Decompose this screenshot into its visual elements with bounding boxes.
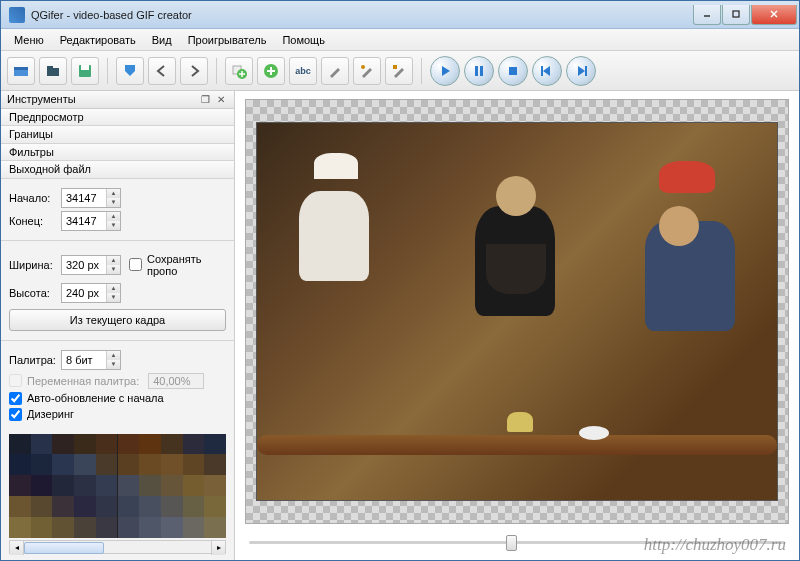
palette-cell[interactable] — [52, 434, 74, 455]
end-input[interactable] — [62, 212, 106, 230]
palette-cell[interactable] — [161, 475, 183, 496]
palette-spinbox[interactable]: ▲▼ — [61, 350, 121, 370]
palette-cell[interactable] — [52, 517, 74, 538]
palette-cell[interactable] — [204, 475, 226, 496]
menu-player[interactable]: Проигрыватель — [181, 32, 274, 48]
palette-cell[interactable] — [118, 434, 140, 455]
menu-view[interactable]: Вид — [145, 32, 179, 48]
spin-up-icon[interactable]: ▲ — [106, 189, 120, 198]
save-button[interactable] — [71, 57, 99, 85]
palette-cell[interactable] — [96, 454, 118, 475]
scroll-thumb[interactable] — [24, 542, 104, 554]
prev-button[interactable] — [532, 56, 562, 86]
palette-cell[interactable] — [74, 475, 96, 496]
arrow-right-button[interactable] — [180, 57, 208, 85]
width-spinbox[interactable]: ▲▼ — [61, 255, 121, 275]
text-tool-button[interactable]: abc — [289, 57, 317, 85]
slider-handle[interactable] — [506, 535, 517, 551]
palette-cell[interactable] — [204, 454, 226, 475]
auto-update-checkbox[interactable]: Авто-обновление с начала — [9, 392, 226, 405]
maximize-button[interactable] — [722, 5, 750, 25]
open-video-button[interactable] — [7, 57, 35, 85]
palette-cell[interactable] — [139, 475, 161, 496]
end-spinbox[interactable]: ▲▼ — [61, 211, 121, 231]
next-button[interactable] — [566, 56, 596, 86]
start-input[interactable] — [62, 189, 106, 207]
edit-c-button[interactable] — [385, 57, 413, 85]
palette-cell[interactable] — [9, 434, 31, 455]
palette-cell[interactable] — [31, 496, 53, 517]
palette-cell[interactable] — [9, 496, 31, 517]
palette-cell[interactable] — [183, 496, 205, 517]
palette-cell[interactable] — [96, 434, 118, 455]
palette-cell[interactable] — [52, 475, 74, 496]
palette-cell[interactable] — [161, 496, 183, 517]
section-output[interactable]: Выходной файл — [1, 161, 234, 179]
section-preview[interactable]: Предпросмотр — [1, 109, 234, 127]
palette-cell[interactable] — [204, 496, 226, 517]
palette-cell[interactable] — [9, 454, 31, 475]
scroll-left-icon[interactable]: ◂ — [10, 541, 24, 555]
width-input[interactable] — [62, 256, 106, 274]
palette-cell[interactable] — [183, 475, 205, 496]
palette-cell[interactable] — [9, 475, 31, 496]
palette-cell[interactable] — [161, 434, 183, 455]
palette-cell[interactable] — [96, 517, 118, 538]
undock-icon[interactable]: ❐ — [198, 92, 212, 106]
palette-input[interactable] — [62, 351, 106, 369]
palette-scrollbar[interactable]: ◂ ▸ — [9, 540, 226, 554]
from-current-frame-button[interactable]: Из текущего кадра — [9, 309, 226, 331]
add-button[interactable] — [225, 57, 253, 85]
palette-cell[interactable] — [183, 517, 205, 538]
panel-close-icon[interactable]: ✕ — [214, 92, 228, 106]
timeline-slider[interactable] — [245, 532, 789, 552]
menu-help[interactable]: Помощь — [275, 32, 332, 48]
section-borders[interactable]: Границы — [1, 126, 234, 144]
close-button[interactable] — [751, 5, 797, 25]
scroll-right-icon[interactable]: ▸ — [211, 541, 225, 555]
palette-cell[interactable] — [118, 517, 140, 538]
spin-down-icon[interactable]: ▼ — [106, 198, 120, 207]
add-circle-button[interactable] — [257, 57, 285, 85]
keep-ratio-checkbox[interactable]: Сохранять пропо — [129, 253, 177, 277]
play-button[interactable] — [430, 56, 460, 86]
edit-a-button[interactable] — [321, 57, 349, 85]
palette-cell[interactable] — [118, 454, 140, 475]
height-spinbox[interactable]: ▲▼ — [61, 283, 121, 303]
palette-cell[interactable] — [52, 496, 74, 517]
palette-cell[interactable] — [183, 434, 205, 455]
palette-cell[interactable] — [74, 517, 96, 538]
palette-cell[interactable] — [74, 454, 96, 475]
palette-cell[interactable] — [31, 434, 53, 455]
stop-button[interactable] — [498, 56, 528, 86]
minimize-button[interactable] — [693, 5, 721, 25]
palette-cell[interactable] — [139, 517, 161, 538]
palette-cell[interactable] — [31, 454, 53, 475]
palette-cell[interactable] — [139, 434, 161, 455]
palette-cell[interactable] — [204, 517, 226, 538]
palette-cell[interactable] — [74, 434, 96, 455]
open-folder-button[interactable] — [39, 57, 67, 85]
menu-edit[interactable]: Редактировать — [53, 32, 143, 48]
palette-cell[interactable] — [161, 454, 183, 475]
marker-start-button[interactable] — [116, 57, 144, 85]
palette-cell[interactable] — [183, 454, 205, 475]
palette-cell[interactable] — [9, 517, 31, 538]
palette-cell[interactable] — [96, 496, 118, 517]
palette-cell[interactable] — [96, 475, 118, 496]
palette-cell[interactable] — [74, 496, 96, 517]
height-input[interactable] — [62, 284, 106, 302]
palette-cell[interactable] — [118, 496, 140, 517]
palette-cell[interactable] — [139, 496, 161, 517]
palette-cell[interactable] — [31, 517, 53, 538]
palette-cell[interactable] — [118, 475, 140, 496]
pause-button[interactable] — [464, 56, 494, 86]
menu-main[interactable]: Меню — [7, 32, 51, 48]
palette-cell[interactable] — [161, 517, 183, 538]
start-spinbox[interactable]: ▲▼ — [61, 188, 121, 208]
palette-cell[interactable] — [139, 454, 161, 475]
palette-cell[interactable] — [31, 475, 53, 496]
edit-b-button[interactable] — [353, 57, 381, 85]
dithering-checkbox[interactable]: Дизеринг — [9, 408, 226, 421]
palette-cell[interactable] — [52, 454, 74, 475]
